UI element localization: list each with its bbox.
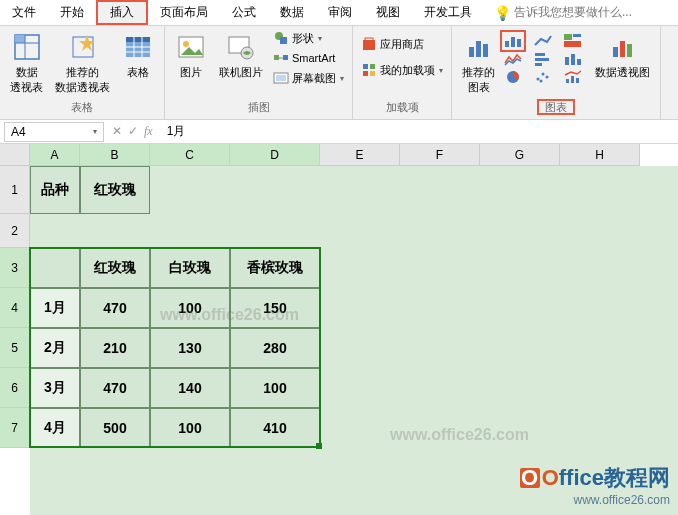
row-header-7[interactable]: 7 <box>0 408 30 448</box>
col-header-H[interactable]: H <box>560 144 640 166</box>
bar-chart-icon[interactable] <box>533 51 553 67</box>
line-chart-icon[interactable] <box>533 33 553 49</box>
svg-rect-39 <box>535 53 545 56</box>
my-addins-button[interactable]: 我的加载项▾ <box>359 61 445 79</box>
recommended-charts-button[interactable]: 推荐的 图表 <box>458 29 499 97</box>
shapes-button[interactable]: 形状▾ <box>271 29 346 47</box>
svg-point-48 <box>546 76 549 79</box>
col-header-G[interactable]: G <box>480 144 560 166</box>
row-header-3[interactable]: 3 <box>0 248 30 288</box>
svg-rect-26 <box>363 64 368 69</box>
table2-month: 3月 <box>30 368 80 408</box>
table1-header-2: 红玫瑰 <box>80 166 150 214</box>
combo-chart-icon[interactable] <box>563 69 583 85</box>
pivot-chart-label: 数据透视图 <box>595 65 650 80</box>
col-header-D[interactable]: D <box>230 144 320 166</box>
table2-cell: 280 <box>230 328 320 368</box>
select-all-corner[interactable] <box>0 144 30 166</box>
svg-rect-38 <box>564 41 581 47</box>
app-store-label: 应用商店 <box>380 37 424 52</box>
table2-month: 4月 <box>30 408 80 448</box>
statistical-chart-icon[interactable] <box>563 51 583 67</box>
pictures-label: 图片 <box>180 65 202 80</box>
pivot-table-button[interactable]: 数据 透视表 <box>6 29 47 97</box>
app-store-button[interactable]: 应用商店 <box>359 35 445 53</box>
tab-data[interactable]: 数据 <box>268 0 316 25</box>
row-header-1[interactable]: 1 <box>0 166 30 214</box>
smartart-button[interactable]: SmartArt <box>271 49 346 67</box>
pivot-chart-button[interactable]: 数据透视图 <box>591 29 654 82</box>
pivot-table-icon <box>11 31 43 63</box>
row-header-2[interactable]: 2 <box>0 214 30 248</box>
name-box-value: A4 <box>11 125 26 139</box>
tab-view[interactable]: 视图 <box>364 0 412 25</box>
enter-icon[interactable]: ✓ <box>128 124 138 139</box>
col-header-A[interactable]: A <box>30 144 80 166</box>
col-header-F[interactable]: F <box>400 144 480 166</box>
online-pictures-button[interactable]: 联机图片 <box>215 29 267 82</box>
scatter-chart-icon[interactable] <box>533 69 553 85</box>
pie-chart-icon[interactable] <box>503 69 523 85</box>
pictures-button[interactable]: 图片 <box>171 29 211 82</box>
svg-point-13 <box>183 41 189 47</box>
tab-layout[interactable]: 页面布局 <box>148 0 220 25</box>
col-header-E[interactable]: E <box>320 144 400 166</box>
recommended-pivot-button[interactable]: 推荐的 数据透视表 <box>51 29 114 97</box>
table2-header: 香槟玫瑰 <box>230 248 320 288</box>
svg-rect-35 <box>517 39 521 47</box>
svg-rect-36 <box>564 34 572 40</box>
logo-text: ffice教程网 <box>559 465 670 490</box>
svg-rect-29 <box>370 71 375 76</box>
svg-rect-37 <box>573 34 581 37</box>
table2-cell: 410 <box>230 408 320 448</box>
store-icon <box>361 36 377 52</box>
table2-cell: 470 <box>80 288 150 328</box>
online-pictures-icon <box>225 31 257 63</box>
ribbon-tabs: 文件 开始 插入 页面布局 公式 数据 审阅 视图 开发工具 💡 告诉我您想要做… <box>0 0 678 26</box>
group-charts: 推荐的 图表 数据透视图 图表 <box>452 26 661 119</box>
row-header-4[interactable]: 4 <box>0 288 30 328</box>
svg-rect-54 <box>620 41 625 57</box>
svg-rect-34 <box>511 37 515 47</box>
tab-home[interactable]: 开始 <box>48 0 96 25</box>
formula-bar[interactable] <box>161 122 678 142</box>
fx-icon[interactable]: fx <box>144 124 153 139</box>
svg-rect-30 <box>469 47 474 57</box>
addins-icon <box>361 62 377 78</box>
tab-file[interactable]: 文件 <box>0 0 48 25</box>
online-pictures-label: 联机图片 <box>219 65 263 80</box>
tab-dev[interactable]: 开发工具 <box>412 0 484 25</box>
hierarchy-chart-icon[interactable] <box>563 33 583 49</box>
shapes-icon <box>273 30 289 46</box>
row-header-5[interactable]: 5 <box>0 328 30 368</box>
svg-rect-50 <box>566 79 569 83</box>
col-header-C[interactable]: C <box>150 144 230 166</box>
table-button[interactable]: 表格 <box>118 29 158 82</box>
table2-month: 2月 <box>30 328 80 368</box>
name-box[interactable]: A4▾ <box>4 122 104 142</box>
ribbon-content: 数据 透视表 推荐的 数据透视表 表格 表格 图片 联机图片 <box>0 26 678 120</box>
cancel-icon[interactable]: ✕ <box>112 124 122 139</box>
tab-insert[interactable]: 插入 <box>96 0 148 25</box>
tell-me-search[interactable]: 💡 告诉我您想要做什么... <box>494 4 632 21</box>
row-header-6[interactable]: 6 <box>0 368 30 408</box>
table2-header: 红玫瑰 <box>80 248 150 288</box>
table2-cell: 150 <box>230 288 320 328</box>
group-addins: 应用商店 我的加载项▾ 加载项 <box>353 26 452 119</box>
col-header-B[interactable]: B <box>80 144 150 166</box>
shapes-label: 形状 <box>292 31 314 46</box>
recommended-pivot-icon <box>67 31 99 63</box>
table2-month: 1月 <box>30 288 80 328</box>
column-chart-icon[interactable] <box>503 33 523 49</box>
svg-rect-7 <box>126 37 150 42</box>
stock-chart-icon[interactable] <box>503 51 523 67</box>
svg-rect-32 <box>483 44 488 57</box>
svg-point-49 <box>540 80 543 83</box>
svg-rect-43 <box>571 54 575 65</box>
tab-formulas[interactable]: 公式 <box>220 0 268 25</box>
logo-watermark: OOffice教程网 www.office26.com <box>520 463 670 507</box>
screenshot-icon <box>273 70 289 86</box>
screenshot-button[interactable]: 屏幕截图▾ <box>271 69 346 87</box>
tab-review[interactable]: 审阅 <box>316 0 364 25</box>
group-charts-label: 图表 <box>537 99 575 115</box>
